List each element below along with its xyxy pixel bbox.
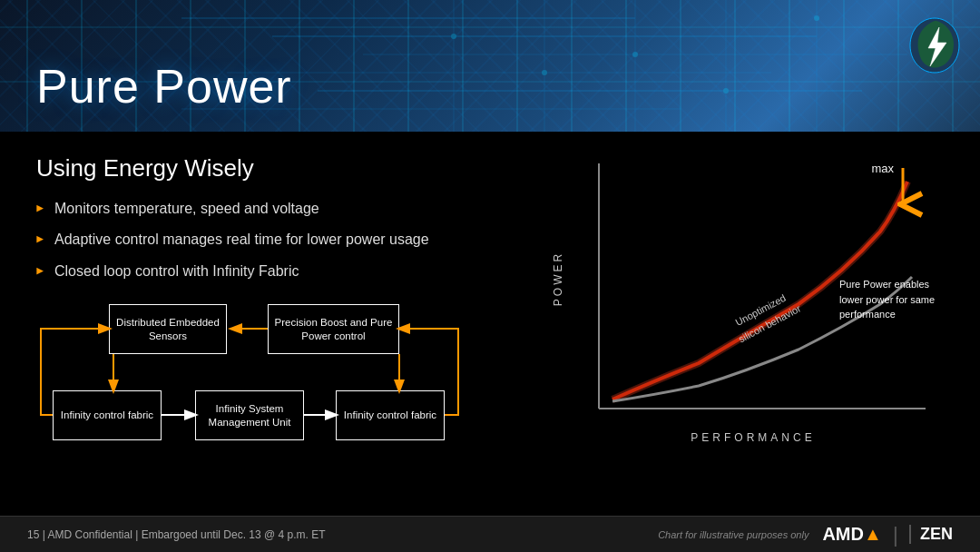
precision-box: Precision Boost and Pure Power control (268, 304, 399, 354)
bullet-item-3: Closed loop control with Infinity Fabric (36, 261, 508, 281)
fabric2-box: Infinity control fabric (336, 390, 445, 440)
bullet-list: Monitors temperature, speed and voltage … (36, 199, 508, 281)
svg-point-14 (723, 88, 729, 94)
amd-brand: AMD▲ | ZEN (822, 522, 953, 547)
svg-point-15 (814, 15, 819, 21)
pure-power-label: Pure Power enables lower power for same … (839, 277, 939, 322)
bullet-item-2: Adaptive control manages real time for l… (36, 230, 508, 250)
amd-logo-header (903, 14, 966, 77)
fabric1-box: Infinity control fabric (53, 390, 162, 440)
bullet-item-1: Monitors temperature, speed and voltage (36, 199, 508, 219)
page-title: Pure Power (36, 59, 292, 113)
svg-point-12 (632, 52, 638, 57)
footer-right: Chart for illustrative purposes only AMD… (658, 522, 953, 547)
svg-point-13 (542, 70, 547, 75)
header-banner: Pure Power (0, 0, 980, 132)
leaf-bolt-icon (903, 14, 966, 77)
max-label: max (871, 162, 894, 175)
sensors-box: Distributed Embedded Sensors (109, 304, 227, 354)
right-panel: max POWER (544, 154, 944, 477)
diagram: Distributed Embedded Sensors Precision B… (36, 304, 490, 463)
x-axis-label: PERFORMANCE (563, 431, 944, 444)
zen-logo-text: ZEN (909, 525, 953, 544)
footer: 15 | AMD Confidential | Embargoed until … (0, 516, 980, 552)
footer-left-text: 15 | AMD Confidential | Embargoed until … (27, 528, 326, 541)
y-axis-label: POWER (552, 251, 564, 306)
svg-point-11 (451, 34, 456, 39)
section-title: Using Energy Wisely (36, 154, 508, 182)
amd-logo-text: AMD▲ (822, 524, 881, 545)
chart-note: Chart for illustrative purposes only (658, 529, 808, 540)
ism-box: Infinity System Management Unit (195, 390, 304, 440)
chart-area: max POWER (544, 154, 944, 477)
amd-delta: ▲ (864, 524, 882, 544)
main-content: Using Energy Wisely Monitors temperature… (0, 132, 980, 495)
left-panel: Using Energy Wisely Monitors temperature… (36, 154, 508, 477)
